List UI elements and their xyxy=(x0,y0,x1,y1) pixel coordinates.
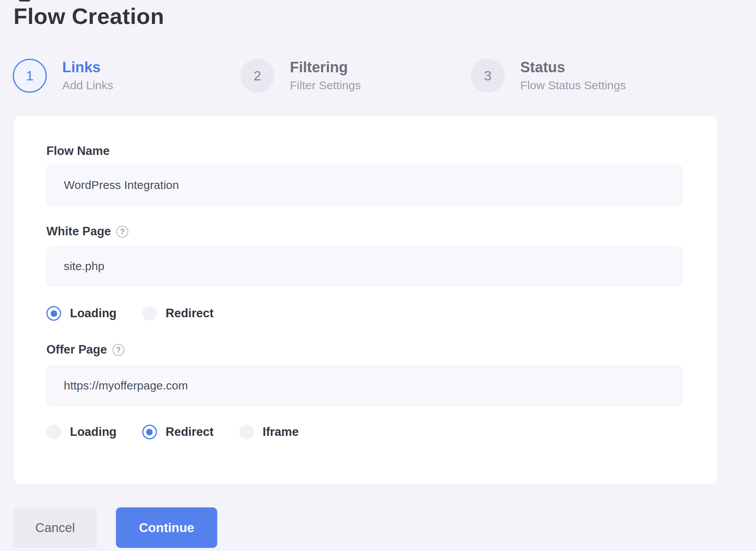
offer-page-loading-radio[interactable]: Loading xyxy=(46,425,117,439)
cropped-ui-artifact xyxy=(19,0,30,2)
radio-button-icon[interactable] xyxy=(142,425,157,439)
radio-button-icon[interactable] xyxy=(142,306,157,321)
radio-button-icon[interactable] xyxy=(239,425,254,439)
radio-label: Iframe xyxy=(263,425,299,439)
white-page-label-text: White Page xyxy=(46,225,111,238)
flow-form-card: Flow Name White Page ? Loading Redirect … xyxy=(14,116,717,484)
offer-page-iframe-radio[interactable]: Iframe xyxy=(239,425,299,439)
flow-name-input[interactable] xyxy=(46,165,683,205)
offer-page-redirect-radio[interactable]: Redirect xyxy=(142,425,214,439)
radio-label: Redirect xyxy=(166,425,214,439)
wizard-stepper: 1 Links Add Links 2 Filtering Filter Set… xyxy=(0,59,756,105)
step-2-text: Filtering Filter Settings xyxy=(290,60,361,92)
form-actions: Cancel Continue xyxy=(14,507,217,548)
offer-page-help-icon[interactable]: ? xyxy=(112,344,124,356)
offer-page-label-text: Offer Page xyxy=(46,344,107,356)
page-title: Flow Creation xyxy=(14,3,164,29)
step-filtering[interactable]: 2 Filtering Filter Settings xyxy=(240,59,361,93)
offer-page-input[interactable] xyxy=(46,366,683,406)
step-links[interactable]: 1 Links Add Links xyxy=(13,59,113,93)
cancel-button[interactable]: Cancel xyxy=(14,507,97,548)
radio-label: Loading xyxy=(70,306,117,320)
white-page-help-icon[interactable]: ? xyxy=(116,226,128,238)
white-page-label: White Page ? xyxy=(46,225,683,238)
step-1-text: Links Add Links xyxy=(62,60,113,92)
white-page-mode-group: Loading Redirect xyxy=(46,306,683,321)
continue-button[interactable]: Continue xyxy=(116,507,217,548)
step-3-title: Status xyxy=(520,60,626,76)
step-2-title: Filtering xyxy=(290,60,361,76)
step-3-number-badge: 3 xyxy=(471,59,505,93)
step-2-number-badge: 2 xyxy=(240,59,274,93)
flow-name-label: Flow Name xyxy=(46,145,683,157)
offer-page-label: Offer Page ? xyxy=(46,344,683,356)
radio-button-icon[interactable] xyxy=(46,306,61,321)
white-page-input[interactable] xyxy=(46,246,683,286)
radio-button-icon[interactable] xyxy=(46,425,61,439)
offer-page-mode-group: Loading Redirect Iframe xyxy=(46,425,683,439)
step-1-title: Links xyxy=(62,60,113,76)
step-1-subtitle: Add Links xyxy=(62,79,113,92)
white-page-loading-radio[interactable]: Loading xyxy=(46,306,117,321)
step-1-number-badge: 1 xyxy=(13,59,47,93)
white-page-redirect-radio[interactable]: Redirect xyxy=(142,306,214,321)
radio-label: Redirect xyxy=(166,306,214,320)
radio-label: Loading xyxy=(70,425,117,439)
flow-name-label-text: Flow Name xyxy=(46,145,110,157)
step-3-text: Status Flow Status Settings xyxy=(520,60,626,92)
step-status[interactable]: 3 Status Flow Status Settings xyxy=(471,59,626,93)
step-3-subtitle: Flow Status Settings xyxy=(520,79,626,92)
step-2-subtitle: Filter Settings xyxy=(290,79,361,92)
